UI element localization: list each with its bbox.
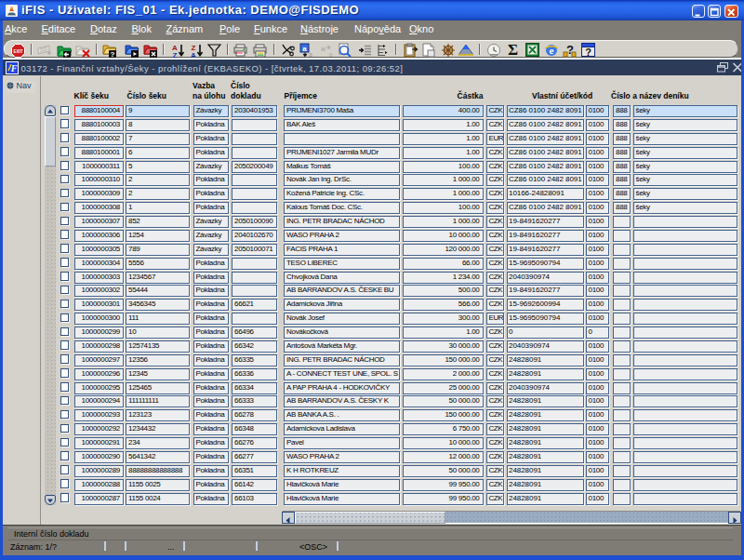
svg-text:EXIT: EXIT — [13, 49, 22, 54]
svg-text:a: a — [309, 51, 312, 58]
svg-text:F: F — [10, 63, 18, 73]
svg-text:a: a — [302, 45, 307, 53]
svg-text:Z: Z — [173, 51, 178, 59]
svg-text:?: ? — [111, 50, 115, 58]
svg-text:a: a — [321, 45, 326, 53]
svg-text:a: a — [329, 51, 333, 58]
svg-text:?: ? — [566, 43, 574, 57]
svg-text:?: ? — [585, 47, 591, 58]
svg-text:A: A — [191, 51, 196, 59]
